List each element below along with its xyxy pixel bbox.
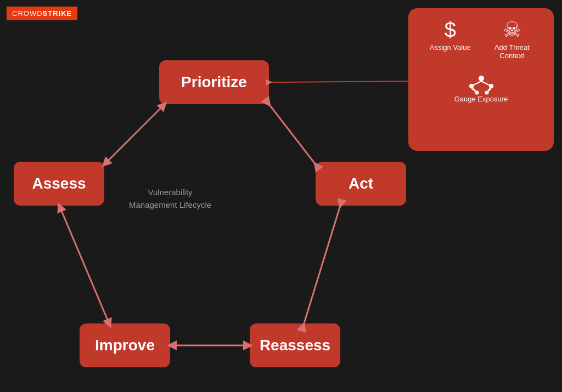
assess-improve-arrow xyxy=(59,206,110,325)
add-threat-context-item: ☠ Add Threat Context xyxy=(484,19,539,60)
lifecycle-title: VulnerabilityManagement Lifecycle xyxy=(129,188,211,209)
dollar-icon: $ xyxy=(445,19,456,40)
assess-label: Assess xyxy=(32,175,86,192)
assign-value-item: $ Assign Value xyxy=(423,19,478,60)
add-threat-context-label: Add Threat Context xyxy=(484,43,539,60)
gauge-exposure-item: Gauge Exposure xyxy=(444,70,518,103)
reassess-label: Reassess xyxy=(260,337,330,354)
logo-crowd: CROWD xyxy=(12,9,43,18)
network-icon xyxy=(466,70,497,95)
assign-value-label: Assign Value xyxy=(430,43,471,52)
svg-line-5 xyxy=(471,81,481,86)
context-prioritize-connector xyxy=(270,81,414,82)
lifecycle-center-label: VulnerabilityManagement Lifecycle xyxy=(129,186,211,211)
skull-icon: ☠ xyxy=(503,19,521,40)
reassess-box: Reassess xyxy=(250,323,340,367)
act-reassess-arrow xyxy=(304,206,340,325)
svg-line-6 xyxy=(481,81,491,86)
context-panel: $ Assign Value ☠ Add Threat Context Gaug… xyxy=(408,8,554,151)
act-prioritize-arrow xyxy=(269,104,316,164)
logo-strike: STRIKE xyxy=(43,9,72,18)
act-label: Act xyxy=(349,175,373,192)
prioritize-box: Prioritize xyxy=(159,60,269,104)
crowdstrike-logo: CROWD STRIKE xyxy=(7,7,77,20)
act-box: Act xyxy=(316,162,406,206)
prioritize-label: Prioritize xyxy=(181,73,247,91)
improve-label: Improve xyxy=(95,337,155,354)
svg-point-0 xyxy=(479,76,484,81)
gauge-exposure-label: Gauge Exposure xyxy=(454,95,508,103)
assess-prioritize-arrow xyxy=(104,104,165,164)
improve-box: Improve xyxy=(80,323,170,367)
assess-box: Assess xyxy=(14,162,104,206)
context-row-top: $ Assign Value ☠ Add Threat Context xyxy=(419,19,543,60)
